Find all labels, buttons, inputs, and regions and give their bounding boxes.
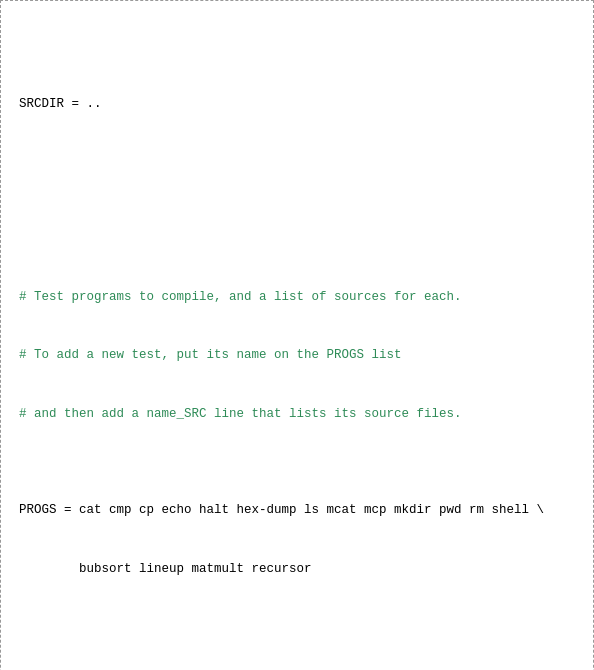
line-comment-2: # To add a new test, put its name on the… xyxy=(19,346,575,365)
line-progs: PROGS = cat cmp cp echo halt hex-dump ls… xyxy=(19,501,575,520)
line-comment-1: # Test programs to compile, and a list o… xyxy=(19,288,575,307)
line-comment-3: # and then add a name_SRC line that list… xyxy=(19,405,575,424)
line-1: SRCDIR = .. xyxy=(19,95,575,114)
line-blank-2 xyxy=(19,656,575,670)
line-progs-cont: bubsort lineup matmult recursor xyxy=(19,560,575,579)
line-blank-1 xyxy=(19,191,575,210)
editor-container: SRCDIR = .. # Test programs to compile, … xyxy=(0,0,594,670)
code-block: SRCDIR = .. # Test programs to compile, … xyxy=(19,17,575,670)
